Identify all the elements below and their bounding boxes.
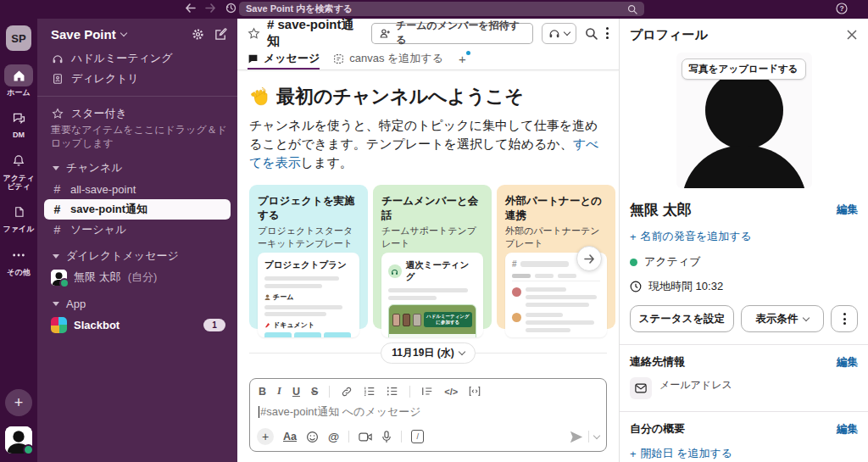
user-avatar[interactable] bbox=[5, 426, 32, 454]
blockquote-icon[interactable] bbox=[421, 386, 433, 397]
presence-dot bbox=[23, 444, 34, 455]
channel-name[interactable]: # save-point通知 bbox=[267, 17, 364, 49]
search-icon[interactable] bbox=[585, 27, 598, 40]
sidebar-dm-self[interactable]: 無限 太郎 (自分) bbox=[44, 267, 231, 287]
help-icon[interactable]: ? bbox=[836, 3, 848, 14]
star-outline-icon[interactable] bbox=[248, 27, 260, 40]
gear-icon[interactable] bbox=[192, 28, 204, 41]
sidebar-channel-social[interactable]: # ソーシャル bbox=[44, 220, 231, 240]
headphones-icon bbox=[548, 27, 560, 39]
bullet-list-icon[interactable] bbox=[387, 386, 398, 397]
edit-profile-link[interactable]: 編集 bbox=[837, 203, 858, 217]
kebab-icon[interactable] bbox=[606, 27, 609, 39]
channel-header: # save-point通知 チームのメンバーを招待する bbox=[237, 19, 619, 47]
apps-section-header[interactable]: App bbox=[37, 292, 237, 314]
back-icon[interactable] bbox=[185, 3, 196, 13]
clock-icon bbox=[630, 281, 642, 292]
profile-panel: プロフィール 写真をアップロードする 無限 太郎 編集 +名前の発音を追加する … bbox=[619, 19, 868, 462]
shortcuts-icon[interactable]: / bbox=[411, 430, 424, 443]
upload-photo-button[interactable]: 写真をアップロードする bbox=[682, 58, 806, 80]
profile-name: 無限 太郎 bbox=[630, 200, 692, 220]
underline-button[interactable]: U bbox=[292, 386, 300, 398]
template-cards: プロジェクトを実施する プロジェクトスターターキットテンプレート プロジェクトプ… bbox=[249, 185, 607, 329]
mic-icon[interactable] bbox=[381, 431, 392, 443]
headphones-icon bbox=[388, 264, 402, 278]
emoji-icon[interactable] bbox=[306, 431, 319, 443]
link-icon[interactable] bbox=[341, 386, 353, 398]
plus-icon: + bbox=[630, 448, 637, 460]
tab-add-button[interactable]: + bbox=[457, 47, 468, 70]
code-icon[interactable]: </> bbox=[444, 387, 458, 397]
mail-icon bbox=[630, 377, 652, 399]
rail-item-activity[interactable]: アクティビティ bbox=[1, 150, 36, 192]
add-start-date-link[interactable]: +開始日 を追加する bbox=[630, 446, 858, 461]
send-icon[interactable] bbox=[570, 431, 583, 443]
search-placeholder: Save Point 内を検索する bbox=[246, 3, 353, 15]
caret-down-icon bbox=[53, 302, 59, 306]
date-pill[interactable]: 11月19日 (水) bbox=[381, 342, 475, 364]
add-pronunciation-link[interactable]: +名前の発音を追加する bbox=[630, 229, 858, 244]
rail-item-dm[interactable]: DM bbox=[4, 107, 33, 139]
mention-icon[interactable]: @ bbox=[328, 431, 339, 443]
rail-item-home[interactable]: ホーム bbox=[4, 64, 33, 97]
canvas-icon bbox=[333, 53, 344, 64]
ordered-list-icon[interactable] bbox=[364, 386, 376, 397]
sidebar: Save Point ハドルミーティング ディレクトリ スター付き bbox=[37, 19, 237, 462]
create-new-button[interactable]: + bbox=[5, 389, 32, 416]
rail-item-files[interactable]: ファイル bbox=[3, 201, 35, 233]
send-options-chevron[interactable] bbox=[593, 431, 600, 438]
code-block-icon[interactable] bbox=[469, 386, 481, 397]
profile-more-button[interactable] bbox=[831, 305, 858, 332]
message-bubble-icon bbox=[248, 53, 259, 64]
rail-item-more[interactable]: その他 bbox=[4, 244, 33, 276]
sidebar-channel-all-save-point[interactable]: # all-save-point bbox=[44, 179, 231, 199]
edit-contact-link[interactable]: 編集 bbox=[837, 355, 858, 370]
dm-section-header[interactable]: ダイレクトメッセージ bbox=[37, 245, 237, 267]
sidebar-item-directory[interactable]: ディレクトリ bbox=[37, 69, 237, 89]
workspace-menu[interactable]: Save Point bbox=[51, 27, 126, 42]
tab-add-canvas[interactable]: canvas を追加する bbox=[333, 47, 443, 70]
sidebar-channel-save-point-tsuuchi[interactable]: # save-point通知 bbox=[44, 199, 231, 220]
strikethrough-button[interactable]: S bbox=[311, 386, 318, 398]
sidebar-item-huddles[interactable]: ハドルミーティング bbox=[37, 48, 237, 69]
forward-icon[interactable] bbox=[205, 3, 216, 13]
tab-messages[interactable]: メッセージ bbox=[248, 47, 320, 70]
formatting-toolbar: B I U S </> bbox=[250, 379, 606, 401]
attach-plus-button[interactable]: + bbox=[257, 428, 274, 445]
history-icon[interactable] bbox=[225, 3, 236, 14]
channels-section-header[interactable]: チャンネル bbox=[37, 157, 237, 179]
starred-hint: 重要なアイテムをここにドラッグ＆ドロップします bbox=[37, 124, 237, 152]
huddle-toggle[interactable] bbox=[542, 23, 576, 44]
compose-icon[interactable] bbox=[214, 28, 227, 41]
hash-icon: # bbox=[51, 182, 64, 196]
plus-icon: + bbox=[630, 231, 637, 243]
edit-about-link[interactable]: 編集 bbox=[837, 422, 858, 437]
italic-button[interactable]: I bbox=[277, 385, 281, 398]
profile-avatar[interactable]: 写真をアップロードする bbox=[676, 53, 812, 188]
wave-emoji bbox=[249, 86, 270, 107]
sidebar-item-starred[interactable]: スター付き bbox=[37, 103, 237, 124]
caret-down-icon bbox=[53, 254, 59, 259]
message-composer[interactable]: B I U S </> #save-point通知 へのメッセージ + A bbox=[249, 378, 607, 452]
invite-members-button[interactable]: チームのメンバーを招待する bbox=[371, 23, 533, 44]
topbar-search[interactable]: Save Point 内を検索する bbox=[239, 2, 644, 16]
template-card-team[interactable]: チームメンバーと会話 チームサポートテンプレート 週次ミーティング bbox=[373, 185, 492, 329]
template-card-project[interactable]: プロジェクトを実施する プロジェクトスターターキットテンプレート プロジェクトプ… bbox=[249, 185, 368, 329]
profile-title: プロフィール bbox=[630, 27, 708, 43]
hash-icon: # bbox=[51, 223, 64, 237]
close-icon[interactable] bbox=[846, 29, 858, 41]
message-input[interactable]: #save-point通知 へのメッセージ bbox=[250, 401, 606, 425]
history-nav bbox=[185, 3, 236, 14]
sidebar-app-slackbot[interactable]: Slackbot 1 bbox=[44, 314, 231, 335]
dm-avatar bbox=[51, 270, 67, 286]
video-icon[interactable] bbox=[359, 431, 372, 443]
visibility-button[interactable]: 表示条件 bbox=[741, 305, 824, 332]
format-toggle-button[interactable]: Aa bbox=[283, 431, 297, 443]
star-icon bbox=[51, 108, 64, 120]
set-status-button[interactable]: ステータスを設定 bbox=[630, 305, 734, 332]
workspace-switcher[interactable]: SP bbox=[6, 25, 31, 51]
slackbot-icon bbox=[51, 317, 67, 333]
person-plus-icon bbox=[380, 28, 391, 39]
bold-button[interactable]: B bbox=[259, 386, 266, 398]
notification-dot bbox=[466, 51, 470, 55]
